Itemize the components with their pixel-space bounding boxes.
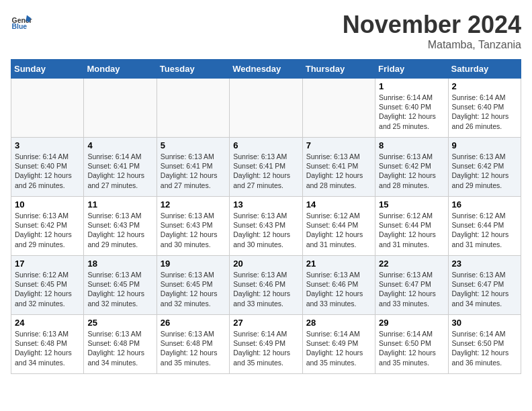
day-number: 21 <box>306 259 371 269</box>
weekday-header-saturday: Saturday <box>448 60 521 79</box>
day-number: 2 <box>452 81 517 91</box>
calendar-cell: 10Sunrise: 6:13 AM Sunset: 6:42 PM Dayli… <box>11 197 84 256</box>
calendar-cell: 4Sunrise: 6:14 AM Sunset: 6:41 PM Daylig… <box>84 138 157 197</box>
calendar-cell: 24Sunrise: 6:13 AM Sunset: 6:48 PM Dayli… <box>11 315 84 374</box>
day-info: Sunrise: 6:13 AM Sunset: 6:46 PM Dayligh… <box>306 270 371 308</box>
calendar-cell: 30Sunrise: 6:14 AM Sunset: 6:50 PM Dayli… <box>448 315 521 374</box>
calendar-week-3: 10Sunrise: 6:13 AM Sunset: 6:42 PM Dayli… <box>11 197 521 256</box>
day-info: Sunrise: 6:13 AM Sunset: 6:42 PM Dayligh… <box>15 211 80 249</box>
calendar-week-2: 3Sunrise: 6:14 AM Sunset: 6:40 PM Daylig… <box>11 138 521 197</box>
day-number: 15 <box>379 199 444 210</box>
day-number: 10 <box>15 199 80 210</box>
day-number: 20 <box>233 259 298 269</box>
day-info: Sunrise: 6:12 AM Sunset: 6:44 PM Dayligh… <box>306 211 371 249</box>
calendar-cell: 15Sunrise: 6:12 AM Sunset: 6:44 PM Dayli… <box>375 197 448 256</box>
day-number: 18 <box>87 259 152 269</box>
calendar-cell: 26Sunrise: 6:13 AM Sunset: 6:48 PM Dayli… <box>157 315 229 374</box>
calendar-cell <box>302 79 375 138</box>
day-number: 1 <box>379 81 444 91</box>
day-number: 24 <box>15 318 80 328</box>
day-number: 30 <box>452 318 517 328</box>
day-number: 29 <box>379 318 444 328</box>
calendar-cell: 9Sunrise: 6:13 AM Sunset: 6:42 PM Daylig… <box>448 138 521 197</box>
day-info: Sunrise: 6:14 AM Sunset: 6:40 PM Dayligh… <box>379 93 444 131</box>
day-number: 22 <box>379 259 444 269</box>
calendar-week-4: 17Sunrise: 6:12 AM Sunset: 6:45 PM Dayli… <box>11 256 521 315</box>
location: Matamba, Tanzania <box>343 39 521 51</box>
weekday-header-thursday: Thursday <box>302 60 375 79</box>
day-info: Sunrise: 6:13 AM Sunset: 6:41 PM Dayligh… <box>233 152 298 190</box>
day-info: Sunrise: 6:13 AM Sunset: 6:43 PM Dayligh… <box>233 211 298 249</box>
day-number: 28 <box>306 318 371 328</box>
calendar-cell: 27Sunrise: 6:14 AM Sunset: 6:49 PM Dayli… <box>230 315 302 374</box>
calendar-cell: 19Sunrise: 6:13 AM Sunset: 6:45 PM Dayli… <box>157 256 229 315</box>
day-info: Sunrise: 6:14 AM Sunset: 6:50 PM Dayligh… <box>452 329 517 367</box>
day-info: Sunrise: 6:14 AM Sunset: 6:41 PM Dayligh… <box>87 152 152 190</box>
calendar-cell: 8Sunrise: 6:13 AM Sunset: 6:42 PM Daylig… <box>375 138 448 197</box>
day-number: 8 <box>379 140 444 150</box>
day-number: 25 <box>87 318 152 328</box>
day-number: 19 <box>161 259 226 269</box>
day-info: Sunrise: 6:13 AM Sunset: 6:45 PM Dayligh… <box>87 270 152 308</box>
calendar-cell: 11Sunrise: 6:13 AM Sunset: 6:43 PM Dayli… <box>84 197 157 256</box>
calendar-cell: 5Sunrise: 6:13 AM Sunset: 6:41 PM Daylig… <box>157 138 229 197</box>
day-info: Sunrise: 6:13 AM Sunset: 6:41 PM Dayligh… <box>161 152 226 190</box>
calendar-cell: 20Sunrise: 6:13 AM Sunset: 6:46 PM Dayli… <box>230 256 302 315</box>
calendar-cell: 28Sunrise: 6:14 AM Sunset: 6:49 PM Dayli… <box>302 315 375 374</box>
day-number: 6 <box>233 140 298 150</box>
calendar-cell: 1Sunrise: 6:14 AM Sunset: 6:40 PM Daylig… <box>375 79 448 138</box>
weekday-header-monday: Monday <box>84 60 157 79</box>
day-info: Sunrise: 6:12 AM Sunset: 6:44 PM Dayligh… <box>452 211 517 249</box>
calendar-week-5: 24Sunrise: 6:13 AM Sunset: 6:48 PM Dayli… <box>11 315 521 374</box>
logo-icon: General Blue <box>11 11 32 32</box>
day-info: Sunrise: 6:13 AM Sunset: 6:41 PM Dayligh… <box>306 152 371 190</box>
day-info: Sunrise: 6:13 AM Sunset: 6:42 PM Dayligh… <box>379 152 444 190</box>
weekday-header-row: SundayMondayTuesdayWednesdayThursdayFrid… <box>11 60 521 79</box>
calendar-cell: 6Sunrise: 6:13 AM Sunset: 6:41 PM Daylig… <box>230 138 302 197</box>
day-info: Sunrise: 6:13 AM Sunset: 6:43 PM Dayligh… <box>161 211 226 249</box>
day-info: Sunrise: 6:14 AM Sunset: 6:49 PM Dayligh… <box>233 329 298 367</box>
day-info: Sunrise: 6:13 AM Sunset: 6:45 PM Dayligh… <box>161 270 226 308</box>
day-info: Sunrise: 6:13 AM Sunset: 6:46 PM Dayligh… <box>233 270 298 308</box>
calendar-cell: 23Sunrise: 6:13 AM Sunset: 6:47 PM Dayli… <box>448 256 521 315</box>
day-info: Sunrise: 6:13 AM Sunset: 6:47 PM Dayligh… <box>379 270 444 308</box>
calendar-table: SundayMondayTuesdayWednesdayThursdayFrid… <box>11 59 521 374</box>
day-info: Sunrise: 6:12 AM Sunset: 6:44 PM Dayligh… <box>379 211 444 249</box>
day-info: Sunrise: 6:13 AM Sunset: 6:48 PM Dayligh… <box>161 329 226 367</box>
day-number: 17 <box>15 259 80 269</box>
day-number: 11 <box>87 199 152 210</box>
month-title: November 2024 <box>343 11 521 39</box>
weekday-header-wednesday: Wednesday <box>230 60 302 79</box>
day-info: Sunrise: 6:12 AM Sunset: 6:45 PM Dayligh… <box>15 270 80 308</box>
day-number: 3 <box>15 140 80 150</box>
weekday-header-sunday: Sunday <box>11 60 84 79</box>
day-number: 7 <box>306 140 371 150</box>
day-info: Sunrise: 6:13 AM Sunset: 6:47 PM Dayligh… <box>452 270 517 308</box>
calendar-week-1: 1Sunrise: 6:14 AM Sunset: 6:40 PM Daylig… <box>11 79 521 138</box>
day-info: Sunrise: 6:13 AM Sunset: 6:43 PM Dayligh… <box>87 211 152 249</box>
day-number: 13 <box>233 199 298 210</box>
calendar-cell: 17Sunrise: 6:12 AM Sunset: 6:45 PM Dayli… <box>11 256 84 315</box>
calendar-cell: 14Sunrise: 6:12 AM Sunset: 6:44 PM Dayli… <box>302 197 375 256</box>
calendar-cell: 3Sunrise: 6:14 AM Sunset: 6:40 PM Daylig… <box>11 138 84 197</box>
day-number: 5 <box>161 140 226 150</box>
weekday-header-friday: Friday <box>375 60 448 79</box>
day-number: 4 <box>87 140 152 150</box>
day-info: Sunrise: 6:14 AM Sunset: 6:40 PM Dayligh… <box>15 152 80 190</box>
day-number: 23 <box>452 259 517 269</box>
day-number: 26 <box>161 318 226 328</box>
calendar-cell: 18Sunrise: 6:13 AM Sunset: 6:45 PM Dayli… <box>84 256 157 315</box>
day-info: Sunrise: 6:14 AM Sunset: 6:40 PM Dayligh… <box>452 93 517 131</box>
calendar-cell: 21Sunrise: 6:13 AM Sunset: 6:46 PM Dayli… <box>302 256 375 315</box>
svg-text:Blue: Blue <box>12 23 28 30</box>
calendar-cell <box>230 79 302 138</box>
calendar-cell: 13Sunrise: 6:13 AM Sunset: 6:43 PM Dayli… <box>230 197 302 256</box>
calendar-cell: 16Sunrise: 6:12 AM Sunset: 6:44 PM Dayli… <box>448 197 521 256</box>
weekday-header-tuesday: Tuesday <box>157 60 229 79</box>
day-number: 9 <box>452 140 517 150</box>
calendar-cell: 25Sunrise: 6:13 AM Sunset: 6:48 PM Dayli… <box>84 315 157 374</box>
calendar-cell: 29Sunrise: 6:14 AM Sunset: 6:50 PM Dayli… <box>375 315 448 374</box>
day-info: Sunrise: 6:13 AM Sunset: 6:42 PM Dayligh… <box>452 152 517 190</box>
calendar-cell: 22Sunrise: 6:13 AM Sunset: 6:47 PM Dayli… <box>375 256 448 315</box>
calendar-cell <box>157 79 229 138</box>
